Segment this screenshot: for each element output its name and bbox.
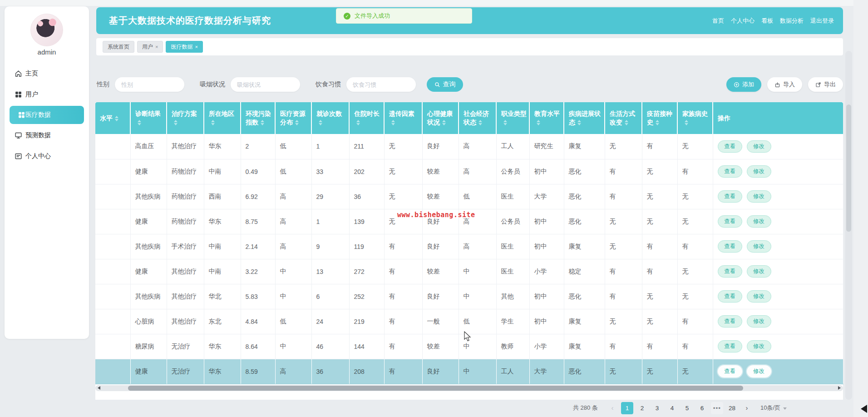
column-header-6[interactable]: 医疗资源分布 bbox=[275, 102, 311, 134]
horizontal-scrollbar-thumb[interactable] bbox=[128, 386, 743, 391]
edit-button[interactable]: 修改 bbox=[747, 240, 771, 253]
sort-carets-icon[interactable] bbox=[211, 120, 215, 125]
edit-button[interactable]: 修改 bbox=[747, 190, 771, 203]
sort-carets-icon[interactable] bbox=[295, 120, 299, 125]
sidebar-item-1[interactable]: 主页 bbox=[5, 63, 89, 84]
sidebar-item-3[interactable]: 医疗数据 bbox=[10, 106, 84, 124]
pagination-page-4[interactable]: 4 bbox=[666, 402, 678, 414]
table-row-5[interactable]: 其他疾病手术治疗中南2.14高9119有良好高医生初中康复无有有查看修改 bbox=[95, 234, 843, 259]
edit-button[interactable]: 修改 bbox=[747, 140, 771, 153]
column-header-5[interactable]: 环境污染指数 bbox=[241, 102, 275, 134]
pagination-page-2[interactable]: 2 bbox=[636, 402, 648, 414]
sort-carets-icon[interactable] bbox=[478, 120, 482, 125]
column-header-15[interactable]: 生活方式改变 bbox=[605, 102, 642, 134]
column-header-16[interactable]: 疫苗接种史 bbox=[642, 102, 677, 134]
edit-button[interactable]: 修改 bbox=[747, 165, 771, 178]
sort-carets-icon[interactable] bbox=[442, 120, 446, 125]
filter-input-1[interactable] bbox=[115, 77, 184, 92]
table-row-3[interactable]: 其他疾病药物治疗西南6.92高2936无较差低医生大学恶化有无无查看修改 bbox=[95, 184, 843, 209]
edit-button[interactable]: 修改 bbox=[747, 315, 771, 328]
view-button[interactable]: 查看 bbox=[718, 240, 742, 253]
column-header-8[interactable]: 住院时长 bbox=[349, 102, 384, 134]
view-button[interactable]: 查看 bbox=[718, 290, 742, 303]
column-header-12[interactable]: 职业类型 bbox=[496, 102, 529, 134]
sort-carets-icon[interactable] bbox=[115, 116, 118, 121]
view-button[interactable]: 查看 bbox=[718, 265, 742, 278]
scroll-right-arrow-icon[interactable] bbox=[838, 386, 841, 390]
view-button[interactable]: 查看 bbox=[718, 365, 742, 377]
table-row-10[interactable]: 健康无治疗华东8.59高36208有良好中工人大学恶化无无无查看修改 bbox=[95, 359, 843, 384]
column-header-1[interactable]: 水平 bbox=[95, 102, 130, 134]
column-header-3[interactable]: 治疗方案 bbox=[167, 102, 204, 134]
filter-input-2[interactable] bbox=[231, 77, 300, 92]
table-row-6[interactable]: 健康其他治疗中南3.22中13272有较差中医生小学稳定有有无查看修改 bbox=[95, 259, 843, 284]
view-button[interactable]: 查看 bbox=[718, 340, 742, 352]
sort-carets-icon[interactable] bbox=[174, 120, 178, 125]
nav-link-4[interactable]: 数据分析 bbox=[780, 17, 804, 25]
pagination-page-3[interactable]: 3 bbox=[651, 402, 663, 414]
column-header-11[interactable]: 社会经济状态 bbox=[459, 102, 496, 134]
sort-carets-icon[interactable] bbox=[261, 120, 264, 125]
vertical-scrollbar-thumb[interactable] bbox=[846, 104, 851, 232]
column-header-7[interactable]: 就诊次数 bbox=[311, 102, 349, 134]
page-size-select[interactable]: 10条/页 bbox=[760, 404, 787, 412]
horizontal-scrollbar[interactable] bbox=[95, 385, 843, 391]
pagination-page-5[interactable]: 5 bbox=[681, 402, 693, 414]
nav-link-2[interactable]: 个人中心 bbox=[731, 17, 755, 25]
sort-carets-icon[interactable] bbox=[319, 120, 322, 125]
pagination-page-28[interactable]: 28 bbox=[726, 402, 738, 414]
pagination-ellipsis[interactable]: ••• bbox=[711, 402, 723, 414]
edit-button[interactable]: 修改 bbox=[747, 290, 771, 303]
sort-carets-icon[interactable] bbox=[685, 120, 688, 125]
view-button[interactable]: 查看 bbox=[718, 165, 742, 178]
sort-carets-icon[interactable] bbox=[503, 120, 507, 125]
sort-carets-icon[interactable] bbox=[138, 120, 141, 125]
sort-carets-icon[interactable] bbox=[356, 120, 360, 125]
table-row-8[interactable]: 心脏病其他治疗东北4.84低24219有一般低学生初中康复无无有查看修改 bbox=[95, 309, 843, 334]
import-button[interactable]: 导入 bbox=[767, 77, 802, 92]
add-button[interactable]: 添加 bbox=[726, 77, 761, 92]
sort-carets-icon[interactable] bbox=[625, 120, 628, 125]
column-header-10[interactable]: 心理健康状况 bbox=[422, 102, 459, 134]
pagination-prev-button[interactable]: ‹ bbox=[607, 402, 618, 414]
tab-close-icon[interactable]: × bbox=[155, 45, 158, 50]
sort-carets-icon[interactable] bbox=[391, 120, 395, 125]
nav-link-1[interactable]: 首页 bbox=[712, 17, 724, 25]
edit-button[interactable]: 修改 bbox=[747, 215, 771, 228]
column-header-14[interactable]: 疾病进展状态 bbox=[564, 102, 605, 134]
sort-carets-icon[interactable] bbox=[537, 120, 540, 125]
tab-3[interactable]: 医疗数据× bbox=[166, 41, 202, 53]
table-row-1[interactable]: 高血压其他治疗华东2低1211无良好高工人研究生康复无有无查看修改 bbox=[95, 134, 843, 159]
column-header-9[interactable]: 遗传因素 bbox=[384, 102, 422, 134]
column-header-2[interactable]: 诊断结果 bbox=[130, 102, 167, 134]
view-button[interactable]: 查看 bbox=[718, 215, 742, 228]
table-row-2[interactable]: 健康药物治疗中南0.49低33202无较差高公务员初中恶化有无有查看修改 bbox=[95, 159, 843, 184]
sidebar-item-2[interactable]: 用户 bbox=[5, 84, 89, 105]
edit-button[interactable]: 修改 bbox=[747, 365, 771, 377]
pagination-page-1[interactable]: 1 bbox=[621, 402, 633, 414]
sort-carets-icon[interactable] bbox=[577, 120, 581, 125]
filter-input-3[interactable] bbox=[346, 77, 416, 92]
edit-button[interactable]: 修改 bbox=[747, 340, 771, 352]
vertical-scrollbar[interactable] bbox=[845, 51, 852, 400]
edit-button[interactable]: 修改 bbox=[747, 265, 771, 278]
tab-close-icon[interactable]: × bbox=[195, 45, 197, 50]
column-header-13[interactable]: 教育水平 bbox=[529, 102, 564, 134]
sidebar-item-5[interactable]: 个人中心 bbox=[5, 146, 89, 167]
sort-carets-icon[interactable] bbox=[656, 120, 659, 125]
export-button[interactable]: 导出 bbox=[808, 77, 843, 92]
table-row-7[interactable]: 其他疾病其他治疗华北5.83中6252有良好中其他初中恶化有无无查看修改 bbox=[95, 284, 843, 309]
view-button[interactable]: 查看 bbox=[718, 190, 742, 203]
scroll-left-arrow-icon[interactable] bbox=[98, 386, 100, 390]
pagination-page-6[interactable]: 6 bbox=[696, 402, 708, 414]
tab-1[interactable]: 系统首页 bbox=[103, 41, 134, 53]
view-button[interactable]: 查看 bbox=[718, 140, 742, 153]
column-header-4[interactable]: 所在地区 bbox=[204, 102, 241, 134]
nav-link-5[interactable]: 退出登录 bbox=[810, 17, 834, 25]
nav-link-3[interactable]: 看板 bbox=[761, 17, 773, 25]
search-button[interactable]: 查询 bbox=[427, 77, 463, 92]
sidebar-item-4[interactable]: 预测数据 bbox=[5, 125, 89, 146]
view-button[interactable]: 查看 bbox=[718, 315, 742, 328]
column-header-17[interactable]: 家族病史 bbox=[677, 102, 713, 134]
pagination-next-button[interactable]: › bbox=[741, 402, 753, 414]
